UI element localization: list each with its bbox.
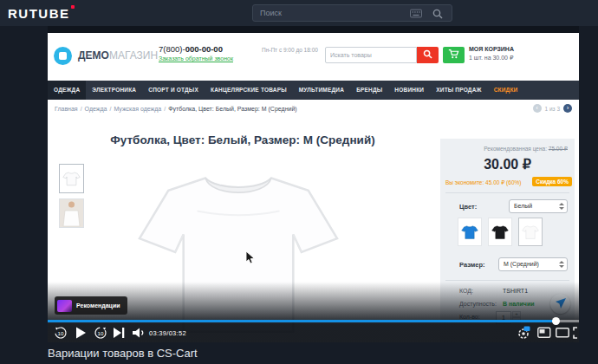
cart-title[interactable]: МОЯ КОРЗИНА xyxy=(469,46,514,52)
nav-item-elektronika[interactable]: ЭЛЕКТРОНИКА xyxy=(86,81,142,100)
nav-item-kancelyarskie[interactable]: КАНЦЕЛЯРСКИЕ ТОВАРЫ xyxy=(205,81,293,100)
fullscreen-button[interactable] xyxy=(573,326,579,340)
rutube-search-input[interactable] xyxy=(260,5,407,21)
savings-text: Вы экономите: 45.00 ₽ (60%) xyxy=(445,179,521,186)
quality-settings-button[interactable] xyxy=(517,326,530,340)
nav-item-odezhda[interactable]: ОДЕЖДА xyxy=(48,81,86,100)
rewind-10-button[interactable]: 10 xyxy=(54,326,68,340)
store-hours: Пн-Пт с 9:00 до 18:00 xyxy=(262,47,318,53)
store-logo-shop[interactable]: МАГАЗИН xyxy=(109,49,158,62)
recommended-price: Рекомендованная цена: 75.00 ₽ xyxy=(440,146,568,153)
store-logo-icon[interactable] xyxy=(54,47,72,65)
tshirt-black-icon xyxy=(489,218,511,245)
breadcrumb-current: Футболка, Цвет: Белый, Размер: M (Средни… xyxy=(168,106,296,112)
product-title: Футболка, Цвет: Белый, Размер: M (Средни… xyxy=(48,133,438,146)
svg-text:10: 10 xyxy=(98,330,104,336)
store-search-button[interactable] xyxy=(417,47,439,63)
nav-item-brendy[interactable]: БРЕНДЫ xyxy=(350,81,388,100)
recommendations-label: Рекомендации xyxy=(76,302,120,309)
breadcrumb-muzhskaya[interactable]: Мужская одежда xyxy=(114,106,161,112)
rutube-topbar: RUTUBE xyxy=(0,0,598,26)
store-search-input[interactable] xyxy=(330,48,413,62)
nav-item-novinki[interactable]: НОВИНКИ xyxy=(388,81,430,100)
rutube-page: RUTUBE ДЕМО МАГАЗИН 7(800)-000-00-00 Пн-… xyxy=(0,0,598,364)
size-label: Размер: xyxy=(459,261,485,269)
tshirt-white-icon xyxy=(519,218,542,245)
nav-item-hity[interactable]: ХИТЫ ПРОДАЖ xyxy=(430,81,487,100)
model-photo-thumb xyxy=(60,199,83,227)
forward-10-button[interactable]: 10 xyxy=(94,326,107,340)
pager-prev-icon[interactable]: ‹ xyxy=(533,104,542,113)
rutube-logo[interactable]: RUTUBE xyxy=(8,6,75,21)
rutube-logo-text: RUTUBE xyxy=(8,6,70,21)
cart-button[interactable] xyxy=(443,47,465,63)
divider xyxy=(445,280,569,281)
store-logo-demo[interactable]: ДЕМО xyxy=(78,49,109,62)
product-thumbnail-1[interactable] xyxy=(59,164,84,193)
tshirt-blue-icon xyxy=(458,218,481,245)
product-pager: ‹ 1 из 3 › xyxy=(533,104,572,113)
swatch-white[interactable] xyxy=(518,218,543,246)
recommendations-chip[interactable]: Рекомендации xyxy=(55,296,127,315)
old-price: 75.00 ₽ xyxy=(549,146,568,152)
size-select[interactable]: M (Средний) xyxy=(498,257,568,271)
time-display: 03:39/03:52 xyxy=(149,329,186,337)
svg-text:10: 10 xyxy=(58,330,64,336)
progress-fill xyxy=(48,320,556,322)
keyboard-icon[interactable] xyxy=(410,9,422,18)
select-arrows-icon xyxy=(559,203,564,210)
mouse-cursor xyxy=(245,251,256,264)
search-icon xyxy=(423,49,432,59)
size-select-value: M (Средний) xyxy=(504,261,539,267)
callback-link[interactable]: Заказать обратный звонок xyxy=(159,55,233,62)
store-search-box[interactable] xyxy=(325,47,417,63)
pager-next-icon[interactable]: › xyxy=(563,104,572,113)
theater-mode-button[interactable] xyxy=(556,326,569,340)
swatch-black[interactable] xyxy=(488,218,512,246)
discount-badge: Скидка 60% xyxy=(532,177,572,186)
breadcrumb-home[interactable]: Главная xyxy=(55,106,78,112)
video-title[interactable]: Вариации товаров в CS-Cart xyxy=(48,347,198,360)
color-select-value: Белый xyxy=(514,203,532,209)
select-arrows-icon xyxy=(559,261,564,268)
nav-item-sport[interactable]: СПОРТ И ОТДЫХ xyxy=(142,81,205,100)
picture-in-picture-button[interactable] xyxy=(537,326,551,340)
color-select[interactable]: Белый xyxy=(509,199,568,213)
current-price: 30.00 ₽ xyxy=(440,156,575,172)
progress-bar[interactable] xyxy=(48,320,579,322)
player-controls: 10 10 03:39/03:52 xyxy=(48,324,579,342)
nav-item-multimedia[interactable]: МУЛЬТИМЕДИА xyxy=(293,81,350,100)
volume-button[interactable] xyxy=(132,326,146,340)
store-phone: 7(800)-000-00-00 xyxy=(159,44,223,54)
recommendation-thumbnail xyxy=(57,300,72,312)
breadcrumb: Главная/Одежда/Мужская одежда/Футболка, … xyxy=(55,106,297,112)
tshirt-thumb-icon xyxy=(60,165,83,192)
rutube-search-box[interactable] xyxy=(252,4,452,22)
search-icon[interactable] xyxy=(432,9,443,19)
color-label: Цвет: xyxy=(459,203,477,211)
product-thumbnail-2[interactable] xyxy=(59,198,84,228)
pager-text: 1 из 3 xyxy=(545,106,560,112)
next-track-button[interactable] xyxy=(114,326,125,340)
swatch-blue[interactable] xyxy=(458,218,482,246)
cart-summary: 1 шт. на 30.00 ₽ xyxy=(469,55,513,62)
video-player[interactable]: ДЕМО МАГАЗИН 7(800)-000-00-00 Пн-Пт с 9:… xyxy=(48,26,579,342)
divider xyxy=(445,192,569,193)
play-button[interactable] xyxy=(74,326,88,340)
cart-icon xyxy=(448,49,459,60)
rutube-logo-dot xyxy=(71,5,75,9)
breadcrumb-odezhda[interactable]: Одежда xyxy=(85,106,107,112)
nav-item-skidki[interactable]: СКИДКИ xyxy=(488,81,524,100)
store-nav: ОДЕЖДА ЭЛЕКТРОНИКА СПОРТ И ОТДЫХ КАНЦЕЛЯ… xyxy=(48,81,579,100)
